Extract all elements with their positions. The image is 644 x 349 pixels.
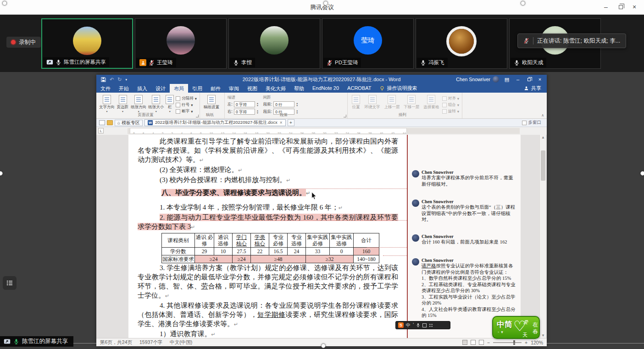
scrollbar-thumb[interactable] [541, 150, 545, 181]
tab-layout[interactable]: 布局 [170, 84, 188, 93]
template-zone-button[interactable]: ⌂模板专区 [115, 120, 143, 126]
language-indicator[interactable]: 中文(中国) [170, 339, 192, 346]
spinner-icon[interactable]: ▲▼ [256, 102, 259, 106]
margins-button[interactable]: 页边距▾ [117, 94, 129, 113]
region-handle[interactable] [640, 171, 644, 176]
ime-mic-icon[interactable] [416, 323, 420, 327]
comment-list-item: 2、工程基础类课程、专业基础类课程与专业类课程至少占总学分的 30% [422, 282, 516, 294]
ribbon-display-options-icon[interactable]: ▤ [504, 77, 510, 83]
close-tab-icon[interactable]: × [280, 120, 283, 125]
comment[interactable]: Chen Snowriver 请严格按照专业认证的学分标准重新核算各门类课程的学… [412, 258, 516, 319]
tab-mailings[interactable]: 邮件 [206, 84, 225, 93]
comment[interactable]: Chen Snowriver 这个表的各类别的学分数与后面“（三）课程设置明细表… [412, 199, 516, 223]
region-handle[interactable] [2, 1, 7, 6]
word-count[interactable]: 15937个字 [139, 339, 162, 346]
collapse-ribbon-icon[interactable]: ∧ [541, 113, 544, 117]
redo-icon[interactable]: ↻ [117, 77, 122, 82]
participant-tile-screen-share[interactable]: 陈雪江的屏幕共享 [41, 18, 133, 69]
region-handle[interactable] [521, 1, 525, 6]
columns-button[interactable]: 栏▾ [166, 94, 174, 113]
tab-endnote[interactable]: EndNote 20 [308, 84, 343, 93]
wrap-text-icon [368, 95, 377, 104]
ime-mode[interactable]: 中 [406, 323, 411, 327]
lightbulb-icon [380, 86, 384, 91]
zoom-in-icon[interactable]: + [525, 340, 527, 345]
dialog-launcher-icon[interactable] [344, 115, 346, 117]
scroll-down-icon[interactable]: ▼ [540, 333, 546, 338]
tab-beautify[interactable]: 美化大师 [261, 84, 290, 93]
tab-file[interactable]: 文件 [96, 84, 115, 93]
save-icon[interactable] [101, 77, 106, 82]
line-numbers-button[interactable]: 行号▾ [176, 102, 197, 108]
meeting-panel-button[interactable] [3, 276, 17, 290]
bring-forward-button[interactable]: 上移一层 [383, 94, 401, 113]
position-button[interactable]: 位置 [350, 94, 361, 113]
tab-home[interactable]: 开始 [115, 84, 133, 93]
ime-punctuation[interactable]: ’ [413, 323, 414, 327]
comment[interactable]: Chen Snowriver 合计 160 有问题，前面几项加起来是 162 [412, 234, 516, 245]
undo-icon[interactable]: ↶ [110, 77, 114, 82]
open-folder-icon[interactable] [107, 120, 113, 125]
tell-me-search[interactable]: 操作说明搜索 [375, 84, 422, 93]
paper-size-button[interactable]: 纸张大小▾ [148, 94, 164, 113]
zoom-slider-thumb[interactable] [513, 340, 515, 345]
tab-design[interactable]: 设计 [151, 84, 170, 93]
print-layout-icon[interactable] [471, 340, 476, 345]
send-backward-button[interactable]: 下移一层 [403, 94, 421, 113]
participant-tile[interactable]: 莹琦 PD王莹琦 [322, 18, 414, 69]
ime-window-icon[interactable] [422, 323, 427, 327]
page-indicator[interactable]: 第6页，共24页 [100, 339, 132, 346]
orientation-button[interactable]: 纸张方向▾ [131, 94, 146, 113]
document-tab[interactable]: W 2022版培养计划-详细版-能源与动力工程20220927-陈批注.docx… [144, 119, 285, 126]
tab-insert[interactable]: 插入 [133, 84, 151, 93]
tab-acrobat[interactable]: ACROBAT [343, 84, 375, 93]
close-button[interactable]: × [630, 4, 638, 11]
account[interactable]: Chen Snowriver [456, 76, 499, 83]
web-layout-icon[interactable] [479, 340, 484, 345]
region-handle[interactable] [323, 1, 328, 6]
scroll-up-icon[interactable]: ▲ [540, 135, 546, 139]
sogou-logo-icon[interactable]: S [398, 322, 404, 328]
multi-window-toggle[interactable]: 多窗口 [522, 120, 544, 126]
participant-tile[interactable]: 李悝 [228, 18, 320, 69]
tab-view[interactable]: 视图 [243, 84, 261, 93]
region-handle[interactable] [321, 343, 326, 348]
share-button[interactable]: 共享 [518, 84, 547, 93]
tab-selector[interactable]: L [98, 128, 104, 133]
new-tab-button[interactable]: + [288, 119, 294, 126]
ruler-page-area[interactable]: 8 6 4 2 2 4 6 8 10 12 14 16 18 20 22 24 … [130, 128, 407, 134]
zoom-out-icon[interactable]: − [487, 340, 490, 345]
minimize-button[interactable]: – [602, 4, 610, 11]
group-button[interactable]: 组合▾ [442, 102, 459, 108]
tab-help[interactable]: 帮助 [290, 84, 308, 93]
screen-share-banner: 陈雪江的屏幕共享 [0, 336, 73, 347]
spinner-icon[interactable]: ▲▼ [296, 102, 298, 106]
word-restore-button[interactable] [526, 77, 532, 82]
comment[interactable]: Chen Snowriver 培养方案中课程体系的学分前后不符，需重新仔细核对。 [412, 170, 516, 187]
vertical-scrollbar[interactable]: ▲ ▼ [539, 135, 546, 338]
grid-paper-button[interactable]: 稿纸设置 [203, 94, 220, 113]
ime-menu-icon[interactable] [429, 323, 433, 327]
comment-list-item: 3、工程实践与毕业设计（论文）至少占总学分的 20% [422, 294, 516, 306]
document-page[interactable]: 此类课程重在引导学生了解专业前沿理论和发展新动向，部分课程由国内外著名专家学者授… [128, 135, 407, 338]
align-button[interactable]: 对齐▾ [442, 96, 459, 101]
participant-tile[interactable]: 王莹琦 [135, 18, 227, 69]
zoom-level[interactable]: 120% [531, 340, 543, 345]
restore-button[interactable] [616, 4, 625, 11]
breaks-button[interactable]: 分隔符▾ [176, 96, 197, 101]
spacing-before-input[interactable]: 0 行 [273, 101, 294, 107]
new-document-icon[interactable] [99, 120, 105, 125]
text-direction-button[interactable]: 文字方向▾ [99, 94, 115, 113]
word-close-button[interactable]: × [537, 77, 543, 82]
wrap-text-button[interactable]: 环绕文字 [363, 94, 381, 113]
read-mode-icon[interactable] [462, 340, 467, 345]
selection-pane-button[interactable]: 选择窗格 [422, 94, 440, 113]
word-minimize-button[interactable]: – [515, 77, 521, 82]
indent-left-input[interactable]: 0 字符 [234, 101, 255, 107]
tab-references[interactable]: 引用 [188, 84, 206, 93]
tab-review[interactable]: 审阅 [225, 84, 243, 93]
participant-tile[interactable]: 冯振飞 [416, 18, 507, 69]
ime-toolbar[interactable]: S 中 ’ [395, 321, 450, 329]
dialog-launcher-icon[interactable] [196, 115, 199, 117]
qat-customize-icon[interactable]: ▾ [125, 77, 127, 82]
